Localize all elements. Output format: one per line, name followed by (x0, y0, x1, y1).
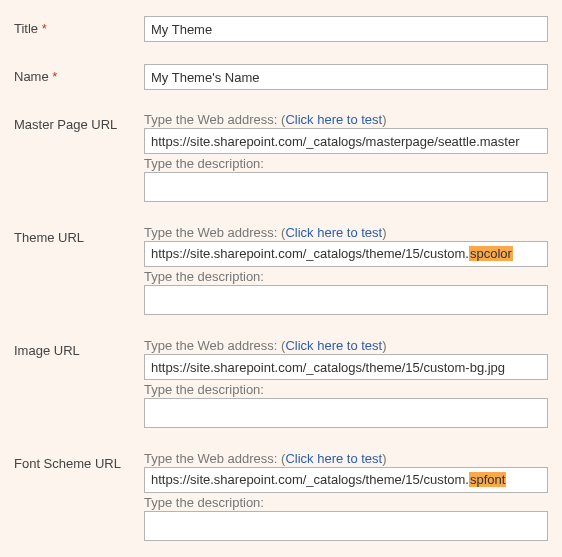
font-addr-hint: Type the Web address: (Click here to tes… (144, 451, 548, 466)
name-input[interactable] (144, 64, 548, 90)
theme-url-label: Theme URL (14, 225, 144, 318)
font-test-link[interactable]: Click here to test (285, 451, 382, 466)
theme-url-input[interactable] (144, 241, 548, 267)
name-label: Name * (14, 64, 144, 90)
title-label: Title * (14, 16, 144, 42)
master-addr-hint: Type the Web address: (Click here to tes… (144, 112, 548, 127)
image-desc-input[interactable] (144, 398, 548, 428)
image-addr-hint: Type the Web address: (Click here to tes… (144, 338, 548, 353)
image-url-input[interactable] (144, 354, 548, 380)
required-marker: * (52, 69, 57, 84)
font-scheme-url-label: Font Scheme URL (14, 451, 144, 544)
master-test-link[interactable]: Click here to test (285, 112, 382, 127)
master-url-input[interactable] (144, 128, 548, 154)
title-input[interactable] (144, 16, 548, 42)
master-page-url-label: Master Page URL (14, 112, 144, 205)
required-marker: * (42, 21, 47, 36)
image-url-label: Image URL (14, 338, 144, 431)
font-url-input[interactable] (144, 467, 548, 493)
master-desc-input[interactable] (144, 172, 548, 202)
master-desc-hint: Type the description: (144, 156, 548, 171)
theme-desc-hint: Type the description: (144, 269, 548, 284)
font-desc-input[interactable] (144, 511, 548, 541)
theme-addr-hint: Type the Web address: (Click here to tes… (144, 225, 548, 240)
image-desc-hint: Type the description: (144, 382, 548, 397)
theme-test-link[interactable]: Click here to test (285, 225, 382, 240)
image-test-link[interactable]: Click here to test (285, 338, 382, 353)
theme-desc-input[interactable] (144, 285, 548, 315)
font-desc-hint: Type the description: (144, 495, 548, 510)
